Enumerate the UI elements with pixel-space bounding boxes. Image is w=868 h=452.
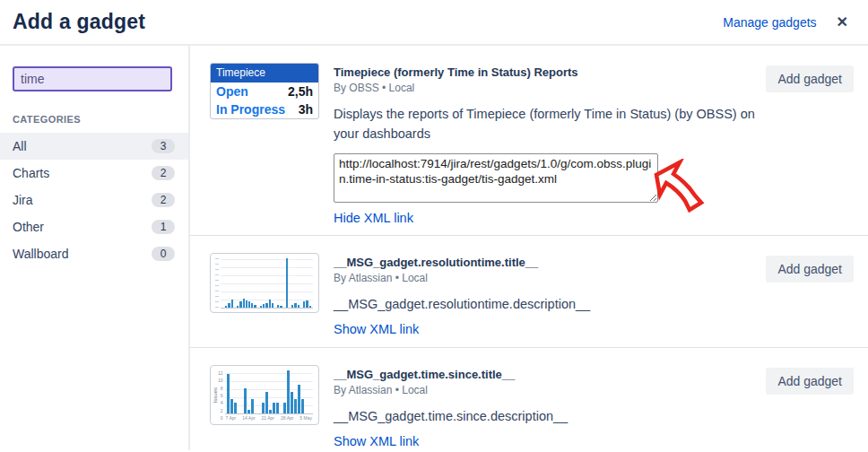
sidebar-item-other[interactable]: Other 1 [0,213,188,240]
gadget-search-input[interactable] [13,66,172,91]
sidebar-item-all[interactable]: All 3 [0,133,188,160]
category-label: Charts [13,166,49,180]
status-label-open: Open [216,84,248,99]
manage-gadgets-link[interactable]: Manage gadgets [723,15,816,30]
time-since-chart-thumbnail: Issues 121086420 7 Apr14 Apr21 Apr28 Apr… [210,365,319,425]
category-label: All [13,139,27,153]
gadget-description: __MSG_gadget.time.since.description__ [334,406,766,426]
category-label: Jira [13,193,33,207]
y-axis-ticks [213,258,219,309]
gadget-row-resolutiontime: __MSG_gadget.resolutiontime.title__ By A… [190,235,868,347]
gadget-byline: By Atlassian • Local [334,272,766,284]
gadget-row-timesince: Issues 121086420 7 Apr14 Apr21 Apr28 Apr… [190,347,868,449]
gadget-list: Timepiece Open 2,5h In Progress 3h Timep… [190,46,868,450]
status-value-open: 2,5h [288,84,313,99]
bar-chart [225,370,313,413]
xml-url-textarea[interactable]: http://localhost:7914/jira/rest/gadgets/… [334,153,658,203]
timepiece-preview-thumbnail: Timepiece Open 2,5h In Progress 3h [210,63,319,119]
categories-heading: CATEGORIES [13,114,176,125]
dialog-header: Add a gadget Manage gadgets ✕ [0,0,868,46]
sidebar-item-wallboard[interactable]: Wallboard 0 [0,240,188,267]
category-count-badge: 1 [152,220,175,234]
bar-chart [221,258,313,308]
category-count-badge: 0 [152,247,175,261]
category-label: Wallboard [13,247,69,261]
sidebar-item-jira[interactable]: Jira 2 [0,187,188,213]
gadget-byline: By Atlassian • Local [334,384,766,396]
x-axis-ticks: 7 Apr14 Apr21 Apr28 Apr5 May [225,414,313,421]
category-label: Other [13,220,44,234]
add-gadget-dialog: Add a gadget Manage gadgets ✕ CATEGORIES… [0,0,868,452]
show-xml-link[interactable]: Show XML link [334,322,419,336]
status-label-in-progress: In Progress [216,102,285,117]
sidebar-item-charts[interactable]: Charts 2 [0,160,188,187]
gadget-description: Displays the reports of Timepiece (forme… [334,104,766,143]
close-icon[interactable]: ✕ [833,13,852,31]
resolution-time-chart-thumbnail [210,253,319,313]
category-count-badge: 2 [152,193,175,207]
gadget-row-timepiece: Timepiece Open 2,5h In Progress 3h Timep… [190,46,868,235]
page-title: Add a gadget [13,10,723,34]
gadget-byline: By OBSS • Local [334,82,766,94]
status-value-in-progress: 3h [299,102,313,117]
add-gadget-button[interactable]: Add gadget [766,256,854,282]
gadget-description: __MSG_gadget.resolutiontime.description_… [334,294,766,314]
gadget-title: Timepiece (formerly Time in Status) Repo… [334,63,766,79]
y-axis-label: Issues [213,387,218,403]
category-count-badge: 3 [152,139,175,153]
add-gadget-button[interactable]: Add gadget [766,368,854,395]
hide-xml-link[interactable]: Hide XML link [334,211,413,225]
categories-sidebar: CATEGORIES All 3 Charts 2 Jira 2 Other 1… [0,46,190,450]
add-gadget-button[interactable]: Add gadget [766,65,854,92]
timepiece-preview-title: Timepiece [211,64,318,83]
show-xml-link[interactable]: Show XML link [334,434,419,448]
y-axis-ticks: 121086420 [218,370,225,421]
gadget-title: __MSG_gadget.time.since.title__ [334,365,766,381]
category-count-badge: 2 [152,166,175,180]
gadget-title: __MSG_gadget.resolutiontime.title__ [334,253,766,269]
